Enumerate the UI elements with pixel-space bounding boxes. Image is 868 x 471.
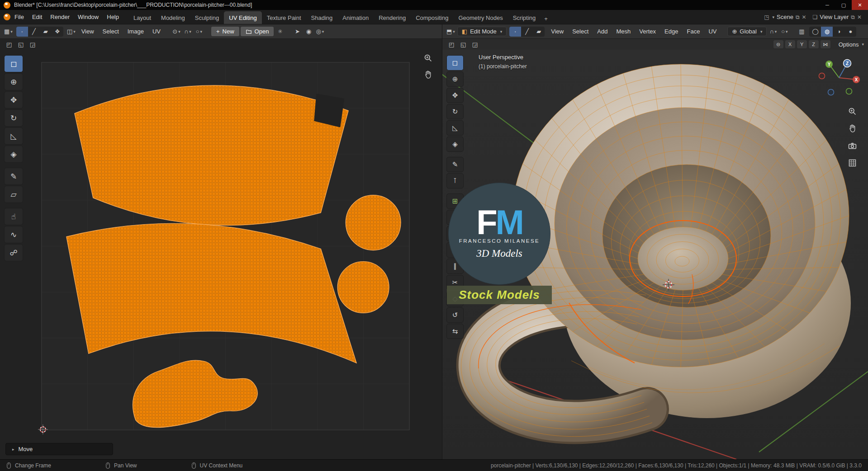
options-dropdown[interactable]: Options ▾ bbox=[839, 41, 864, 48]
active-tool-pointer-icon[interactable]: ➤ bbox=[292, 27, 302, 37]
xray-toggle[interactable]: ▥ bbox=[797, 27, 806, 37]
tool-annotate[interactable]: ✎ bbox=[446, 157, 464, 172]
tool-pinch[interactable]: ☍ bbox=[4, 244, 23, 261]
vp-menu-view[interactable]: View bbox=[547, 27, 567, 36]
uv-gizmos-toggle[interactable]: ◉ bbox=[304, 27, 313, 37]
ortho-grid-icon[interactable] bbox=[848, 158, 857, 168]
vp-display-toggle-c[interactable]: ◲ bbox=[470, 39, 480, 49]
vp-display-toggle-b[interactable]: ◱ bbox=[458, 39, 468, 49]
vp-menu-face[interactable]: Face bbox=[683, 27, 703, 36]
tool-select-box[interactable]: ◻ bbox=[4, 55, 23, 72]
vp-menu-select[interactable]: Select bbox=[569, 27, 592, 36]
tool-loop-cut[interactable]: ∥ bbox=[446, 259, 464, 274]
vp-menu-vertex[interactable]: Vertex bbox=[636, 27, 659, 36]
menu-file[interactable]: File bbox=[10, 12, 28, 22]
uv-face-mode-button[interactable]: ▰ bbox=[40, 27, 52, 37]
workspace-tab-uv-editing[interactable]: UV Editing bbox=[224, 11, 261, 24]
rendered-shading-button[interactable]: ● bbox=[844, 27, 856, 37]
face-select-button[interactable]: ▰ bbox=[533, 27, 545, 37]
vertex-select-button[interactable]: ∙ bbox=[509, 27, 521, 37]
uv-snap-dropdown[interactable]: ∩ ▾ bbox=[183, 27, 193, 37]
tool-spin[interactable]: ↺ bbox=[446, 307, 464, 323]
proportional-edit-dropdown[interactable]: ○ ▾ bbox=[779, 27, 789, 37]
tool-transform[interactable]: ◈ bbox=[4, 146, 23, 163]
uv-overlays-dropdown[interactable]: ◎ ▾ bbox=[315, 27, 325, 37]
axis-x-toggle[interactable]: X bbox=[785, 40, 795, 48]
unlink-scene-icon[interactable]: ✕ bbox=[802, 14, 806, 20]
scene-selector[interactable]: ◳ ▾ Scene ⧉ ✕ bbox=[764, 14, 806, 20]
workspace-tab-compositing[interactable]: Compositing bbox=[411, 11, 453, 24]
tool-extrude[interactable]: ↥ bbox=[446, 210, 464, 225]
menu-render[interactable]: Render bbox=[46, 12, 74, 22]
tool-knife[interactable]: ✂ bbox=[446, 275, 464, 290]
uv-proportional-edit-dropdown[interactable]: ○ ▾ bbox=[194, 27, 204, 37]
copy-view-layer-icon[interactable]: ⧉ bbox=[851, 14, 855, 20]
axis-neg-x-ball[interactable] bbox=[819, 73, 825, 79]
tool-measure[interactable]: ⊺ bbox=[446, 173, 464, 188]
uv-display-toggle-c[interactable]: ◲ bbox=[28, 39, 38, 49]
tool-cursor[interactable]: ⊕ bbox=[446, 71, 464, 87]
remove-view-layer-icon[interactable]: ✕ bbox=[857, 14, 862, 20]
viewport-canvas[interactable]: User Perspective (1) porcelain-pitcher ◻… bbox=[442, 50, 868, 459]
workspace-tab-sculpting[interactable]: Sculpting bbox=[190, 11, 224, 24]
uv-edge-mode-button[interactable]: ╱ bbox=[28, 27, 40, 37]
tool-move[interactable]: ✥ bbox=[446, 88, 464, 103]
menu-edit[interactable]: Edit bbox=[28, 12, 46, 22]
pan-hand-icon[interactable] bbox=[423, 70, 433, 80]
view-layer-selector[interactable]: ❏ View Layer ⧉ ✕ bbox=[813, 14, 862, 20]
zoom-icon[interactable] bbox=[848, 107, 857, 116]
solid-shading-button[interactable]: ◍ bbox=[821, 27, 833, 37]
minimize-button[interactable]: ─ bbox=[819, 0, 835, 10]
vp-menu-edge[interactable]: Edge bbox=[661, 27, 682, 36]
open-image-button[interactable]: Open bbox=[241, 27, 274, 36]
tool-rotate[interactable]: ↻ bbox=[446, 104, 464, 119]
tool-relax[interactable]: ∿ bbox=[4, 226, 23, 243]
tool-cursor[interactable]: ⊕ bbox=[4, 73, 23, 90]
operator-panel[interactable]: ▸ Move bbox=[5, 443, 113, 455]
tool-rip-region[interactable]: ▱ bbox=[4, 186, 23, 203]
uv-display-toggle-b[interactable]: ◱ bbox=[16, 39, 26, 49]
tool-scale[interactable]: ◺ bbox=[4, 127, 23, 145]
pin-image-button[interactable]: ⍟ bbox=[275, 27, 285, 37]
tool-grab[interactable]: ☝ bbox=[4, 208, 23, 225]
zoom-icon[interactable] bbox=[423, 53, 433, 63]
new-image-button[interactable]: + New bbox=[211, 27, 239, 36]
vp-menu-add[interactable]: Add bbox=[593, 27, 611, 36]
tool-rotate[interactable]: ↻ bbox=[4, 109, 23, 127]
blender-menu-icon[interactable] bbox=[4, 14, 10, 20]
workspace-tab-shading[interactable]: Shading bbox=[306, 11, 338, 24]
workspace-tab-geometry-nodes[interactable]: Geometry Nodes bbox=[453, 11, 508, 24]
tool-inset[interactable]: ▣ bbox=[446, 226, 464, 241]
uv-canvas[interactable]: ◻ ⊕ ✥ ↻ ◺ ◈ ✎ ▱ ☝ ∿ ☍ ▸ bbox=[0, 50, 442, 459]
transform-lock-button[interactable]: ⊝ bbox=[773, 40, 783, 48]
add-workspace-button[interactable]: + bbox=[541, 14, 551, 24]
sticky-select-dropdown[interactable]: ◫ ▾ bbox=[66, 27, 76, 37]
axis-neg-y-ball[interactable] bbox=[846, 89, 852, 94]
tool-add-cube[interactable]: ⊞ bbox=[446, 193, 464, 209]
uv-island-mode-button[interactable]: ❖ bbox=[52, 27, 63, 37]
vp-menu-mesh[interactable]: Mesh bbox=[612, 27, 634, 36]
vp-menu-uv[interactable]: UV bbox=[705, 27, 720, 36]
axis-neg-z-ball[interactable] bbox=[828, 89, 834, 95]
tool-move[interactable]: ✥ bbox=[4, 91, 23, 108]
menu-window[interactable]: Window bbox=[74, 12, 103, 22]
tool-transform[interactable]: ◈ bbox=[446, 137, 464, 152]
pivot-point-dropdown[interactable]: ⊙ ▾ bbox=[171, 27, 181, 37]
tool-select-box[interactable]: ◻ bbox=[446, 55, 464, 71]
pan-hand-icon[interactable] bbox=[848, 124, 857, 133]
snap-dropdown[interactable]: ∩ ▾ bbox=[768, 27, 778, 37]
uv-menu-image[interactable]: Image bbox=[124, 27, 147, 36]
copy-scene-icon[interactable]: ⧉ bbox=[796, 14, 800, 20]
editor-type-dropdown[interactable]: ▦ ▾ bbox=[3, 27, 14, 37]
editor-type-dropdown[interactable]: ⬒ ▾ bbox=[446, 27, 456, 37]
material-shading-button[interactable]: ◑ bbox=[833, 27, 844, 37]
transform-orientation-dropdown[interactable]: ⊕ Global ▾ bbox=[727, 27, 767, 36]
close-button[interactable]: ✕ bbox=[852, 0, 868, 10]
tool-poly-build[interactable]: ◇ bbox=[446, 291, 464, 306]
tool-scale[interactable]: ◺ bbox=[446, 120, 464, 136]
mode-dropdown[interactable]: ◧ Edit Mode ▾ bbox=[457, 27, 507, 36]
uv-menu-uv[interactable]: UV bbox=[149, 27, 164, 36]
edge-select-button[interactable]: ╱ bbox=[521, 27, 533, 37]
tool-annotate[interactable]: ✎ bbox=[4, 168, 23, 185]
uv-display-toggle-a[interactable]: ◰ bbox=[4, 39, 14, 49]
